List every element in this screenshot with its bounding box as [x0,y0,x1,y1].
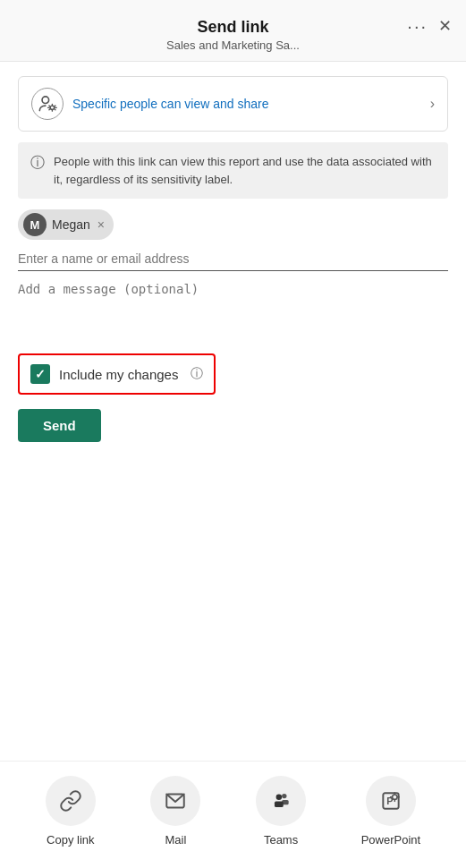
chevron-right-icon: › [430,96,435,112]
dialog-header: Send link Sales and Marketing Sa... ··· … [0,0,466,62]
svg-point-3 [282,794,286,798]
copy-link-label: Copy link [47,833,94,847]
powerpoint-icon: P [379,789,402,813]
recipients-row: M Megan × [18,209,448,240]
permission-icon-wrap [31,88,64,120]
dialog-body: Specific people can view and share › ⓘ P… [0,62,466,761]
svg-point-0 [42,97,49,104]
include-changes-checkbox[interactable]: ✓ [30,364,50,384]
dialog-title: Send link [197,18,268,37]
email-input[interactable] [18,251,448,266]
recipient-remove-button[interactable]: × [97,217,105,232]
close-button[interactable]: ✕ [438,16,452,36]
share-option-copy-link[interactable]: Copy link [46,776,96,847]
teams-label: Teams [264,833,298,847]
info-text: People with this link can view this repo… [54,153,436,188]
share-option-powerpoint[interactable]: P PowerPoint [361,776,420,847]
teams-icon [269,789,292,813]
mail-label: Mail [165,833,187,847]
dialog-subtitle: Sales and Marketing Sa... [166,38,300,52]
permission-selector[interactable]: Specific people can view and share › [18,76,448,132]
share-option-mail[interactable]: Mail [150,776,200,847]
svg-point-4 [276,794,283,800]
info-icon: ⓘ [30,154,45,173]
teams-icon-circle [256,776,306,826]
include-changes-info-icon[interactable]: ⓘ [191,366,203,382]
mail-icon-circle [150,776,200,826]
header-actions: ··· ✕ [407,16,452,36]
specific-people-icon [36,92,59,115]
share-option-teams[interactable]: Teams [256,776,306,847]
recipient-chip: M Megan × [18,209,114,240]
powerpoint-icon-circle: P [366,776,416,826]
include-changes-label: Include my changes [59,367,178,382]
info-box: ⓘ People with this link can view this re… [18,142,448,199]
copy-link-icon [59,789,82,813]
copy-link-icon-circle [46,776,96,826]
mail-icon [164,789,187,813]
powerpoint-label: PowerPoint [361,833,420,847]
more-options-button[interactable]: ··· [407,17,428,35]
permission-text: Specific people can view and share [72,97,268,111]
checkmark-icon: ✓ [35,367,46,381]
svg-rect-6 [275,802,284,808]
recipient-avatar: M [23,213,47,236]
include-changes-row: ✓ Include my changes ⓘ [18,353,216,395]
recipient-name: Megan [52,217,90,232]
message-input[interactable] [18,282,448,336]
permission-left: Specific people can view and share [31,88,268,120]
send-button[interactable]: Send [18,409,101,442]
svg-point-9 [393,795,397,799]
email-input-wrap [18,251,448,271]
share-options: Copy link Mail [0,761,466,868]
send-link-dialog: Send link Sales and Marketing Sa... ··· … [0,0,466,868]
